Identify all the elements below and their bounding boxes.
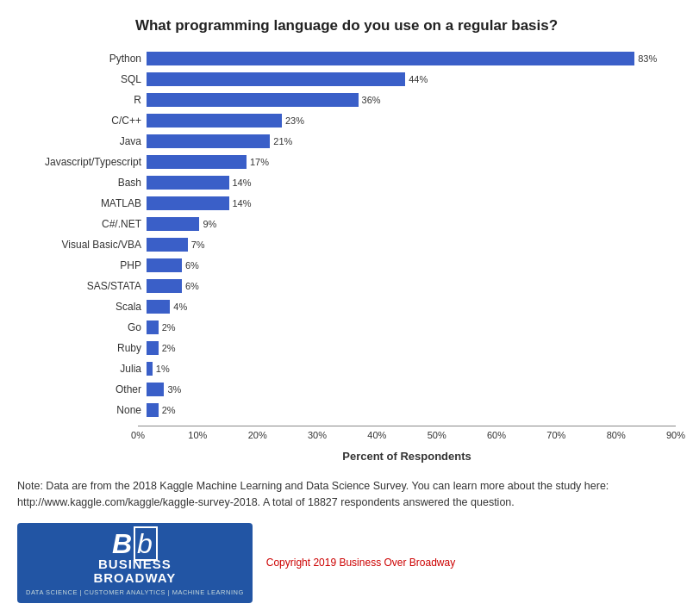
bar bbox=[147, 383, 164, 396]
bar-label: MATLAB bbox=[26, 197, 147, 209]
bar-value: 3% bbox=[167, 384, 181, 395]
bar-label: Bash bbox=[26, 177, 147, 189]
x-tick: 10% bbox=[187, 430, 208, 440]
bar-value: 4% bbox=[173, 302, 187, 312]
bar-label: C/C++ bbox=[26, 115, 147, 127]
bar-label: Visual Basic/VBA bbox=[26, 239, 147, 251]
chart-area: Python83%SQL44%R36%C/C++23%Java21%Javasc… bbox=[26, 50, 676, 422]
bar-container: 3% bbox=[147, 382, 676, 397]
bar-row: Other3% bbox=[26, 381, 676, 398]
bar-row: SAS/STATA6% bbox=[26, 277, 676, 295]
bar-value: 7% bbox=[191, 240, 205, 250]
bar-value: 21% bbox=[273, 136, 292, 146]
bar bbox=[147, 155, 247, 169]
bar-container: 14% bbox=[147, 196, 676, 211]
bar-label: R bbox=[26, 94, 147, 106]
bar-value: 23% bbox=[285, 115, 304, 126]
logo: Bb BUSINESS BROADWAY DATA SCIENCE | CUST… bbox=[17, 523, 253, 603]
bar-row: C/C++23% bbox=[26, 112, 676, 129]
bar bbox=[147, 176, 229, 190]
x-tick: 20% bbox=[247, 430, 268, 440]
bar bbox=[147, 114, 282, 128]
bar-container: 23% bbox=[147, 113, 676, 128]
bar-row: Visual Basic/VBA7% bbox=[26, 236, 676, 253]
bar bbox=[147, 72, 405, 86]
bar bbox=[147, 52, 634, 65]
bar-container: 2% bbox=[147, 320, 676, 335]
logo-line1: BUSINESS bbox=[98, 557, 172, 572]
bar-row: Scala4% bbox=[26, 298, 676, 315]
bar bbox=[147, 320, 159, 334]
bar-container: 1% bbox=[147, 361, 676, 376]
bar-row: Python83% bbox=[26, 50, 676, 67]
chart-title: What programming language do you use on … bbox=[17, 17, 676, 34]
bar-value: 2% bbox=[162, 322, 176, 333]
bar-label: Other bbox=[26, 383, 147, 395]
x-tick: 70% bbox=[546, 430, 566, 440]
bar-value: 6% bbox=[185, 260, 199, 271]
bar-label: Scala bbox=[26, 301, 147, 313]
bar bbox=[147, 93, 359, 107]
bar-row: Julia1% bbox=[26, 360, 676, 377]
bar bbox=[147, 341, 159, 355]
note: Note: Data are from the 2018 Kaggle Mach… bbox=[17, 478, 672, 511]
bar-container: 21% bbox=[147, 134, 676, 149]
bar-label: Python bbox=[26, 53, 147, 65]
bar-row: C#/.NET9% bbox=[26, 215, 676, 233]
bar-row: Bash14% bbox=[26, 174, 676, 191]
bar-container: 17% bbox=[147, 154, 676, 170]
bar-container: 14% bbox=[147, 175, 676, 190]
bar bbox=[147, 279, 182, 293]
bar-value: 36% bbox=[362, 95, 381, 105]
bar bbox=[147, 362, 153, 376]
x-axis-label: Percent of Respondents bbox=[138, 450, 676, 463]
x-tick: 80% bbox=[606, 430, 627, 440]
bar-row: SQL44% bbox=[26, 71, 676, 88]
copyright: Copyright 2019 Business Over Broadway bbox=[266, 557, 455, 569]
bar-label: None bbox=[26, 404, 147, 416]
footer: Bb BUSINESS BROADWAY DATA SCIENCE | CUST… bbox=[17, 523, 676, 603]
bar bbox=[147, 134, 270, 148]
logo-initials: Bb bbox=[112, 530, 158, 557]
bar-container: 6% bbox=[147, 258, 676, 273]
bar-container: 83% bbox=[147, 51, 676, 66]
bar-row: Go2% bbox=[26, 319, 676, 336]
bar bbox=[147, 217, 199, 231]
x-tick: 60% bbox=[486, 430, 507, 440]
bar-label: PHP bbox=[26, 259, 147, 271]
bar-row: Java21% bbox=[26, 133, 676, 150]
x-axis: 0%10%20%30%40%50%60%70%80%90% bbox=[138, 426, 676, 445]
bar-value: 6% bbox=[185, 281, 199, 291]
bar bbox=[147, 403, 159, 417]
bar bbox=[147, 258, 182, 272]
bar-value: 83% bbox=[638, 53, 657, 64]
bar-label: Ruby bbox=[26, 342, 147, 354]
bar-value: 44% bbox=[409, 74, 428, 84]
bar-row: PHP6% bbox=[26, 257, 676, 274]
bar-container: 44% bbox=[147, 72, 676, 87]
bar bbox=[147, 238, 188, 252]
logo-line2: BROADWAY bbox=[93, 571, 176, 586]
bar-label: Java bbox=[26, 135, 147, 147]
x-tick: 50% bbox=[427, 430, 447, 440]
bar-row: None2% bbox=[26, 401, 676, 419]
bar-value: 2% bbox=[162, 343, 176, 353]
bar-value: 17% bbox=[250, 157, 269, 167]
bar bbox=[147, 300, 170, 314]
bar-label: SQL bbox=[26, 73, 147, 85]
chart-wrapper: Python83%SQL44%R36%C/C++23%Java21%Javasc… bbox=[17, 50, 676, 463]
bar-value: 9% bbox=[203, 219, 216, 229]
bar-label: Javascript/Typescript bbox=[26, 156, 147, 168]
bar-row: Javascript/Typescript17% bbox=[26, 153, 676, 171]
bar-row: Ruby2% bbox=[26, 339, 676, 357]
bar-row: R36% bbox=[26, 91, 676, 109]
x-tick: 40% bbox=[366, 430, 387, 440]
x-tick: 0% bbox=[128, 430, 148, 440]
bar-value: 14% bbox=[233, 198, 252, 208]
x-tick: 90% bbox=[665, 430, 686, 440]
bar-value: 14% bbox=[233, 177, 252, 188]
bar-container: 6% bbox=[147, 278, 676, 294]
bar-value: 2% bbox=[162, 405, 176, 415]
bar-label: Julia bbox=[26, 363, 147, 375]
bar-container: 36% bbox=[147, 92, 676, 108]
